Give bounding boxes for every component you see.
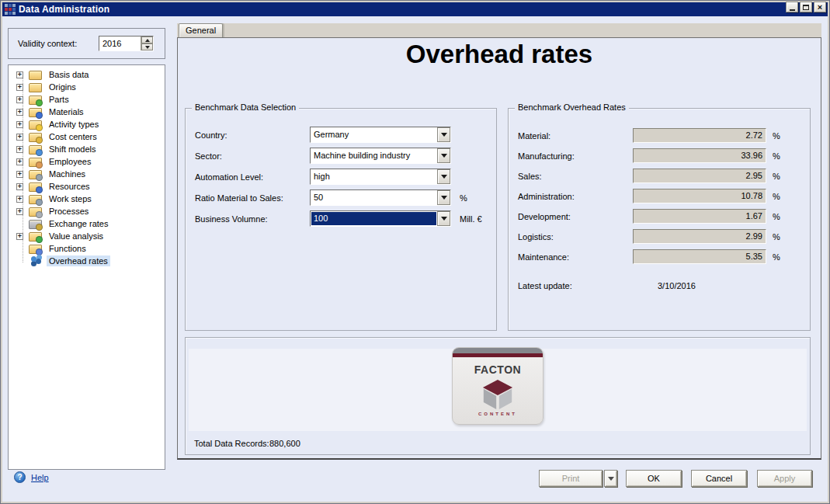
close-button[interactable]: ×: [814, 2, 826, 12]
validity-context-value[interactable]: 2016: [99, 36, 141, 50]
maximize-button[interactable]: [800, 2, 812, 12]
employees-icon: [29, 157, 42, 167]
ratio-material-select[interactable]: 50: [310, 189, 451, 206]
tree-expander[interactable]: +: [16, 121, 23, 128]
spin-down-button[interactable]: [141, 43, 153, 50]
percent-unit: %: [773, 232, 780, 242]
tree-item-label: Machines: [47, 169, 88, 179]
cancel-button[interactable]: Cancel: [691, 470, 747, 487]
close-icon: ×: [818, 3, 822, 11]
field-suffix: Mill. €: [460, 214, 482, 224]
tree-expander[interactable]: +: [16, 158, 23, 165]
logo-strip-maroon: [453, 353, 543, 357]
machines-icon: [29, 169, 42, 179]
combo-dropdown-button[interactable]: [437, 148, 450, 163]
tree-item[interactable]: +Materials: [9, 106, 165, 118]
parts-icon: [29, 95, 42, 105]
tree-item[interactable]: +Machines: [9, 168, 165, 180]
origins-icon: [29, 82, 42, 92]
print-dropdown-button[interactable]: [604, 470, 617, 487]
combo-dropdown-button[interactable]: [437, 169, 450, 184]
title-bar[interactable]: Data Administration: [2, 2, 828, 16]
tree-expander[interactable]: +: [16, 109, 23, 116]
data-administration-window: Data Administration × Validity context: …: [0, 0, 830, 504]
tree-item[interactable]: +Value analysis: [9, 230, 165, 242]
tree-item[interactable]: +Activity types: [9, 118, 165, 130]
country-select[interactable]: Germany: [310, 127, 451, 143]
development-label: Development:: [518, 212, 633, 221]
tree-item[interactable]: +Parts: [9, 93, 165, 106]
tree-item[interactable]: +Processes: [9, 205, 165, 217]
benchmark-data-selection-group: Benchmark Data Selection Country: German…: [185, 108, 497, 331]
combo-dropdown-button[interactable]: [437, 211, 450, 226]
tree-expander[interactable]: +: [16, 84, 23, 91]
sales-rate-field: 2.95: [633, 169, 766, 183]
tree-expander[interactable]: +: [16, 71, 23, 78]
development-rate-field: 1.67: [633, 209, 766, 224]
tree-expander[interactable]: +: [16, 196, 23, 203]
tree-item[interactable]: +Cost centers: [9, 130, 165, 143]
tree-expander[interactable]: +: [16, 96, 23, 103]
chevron-down-icon: [441, 217, 447, 221]
tree-expander[interactable]: +: [16, 134, 23, 141]
tree-expander[interactable]: +: [16, 208, 23, 215]
app-icon: [5, 4, 16, 15]
tree-item-label: Work steps: [47, 193, 94, 204]
tree-item-label: Basis data: [47, 69, 91, 80]
facton-logo: FACTON CONTENT: [452, 347, 543, 425]
tree-item-label: Parts: [47, 94, 71, 105]
tab-strip: General: [177, 23, 821, 37]
tree-item-label: Resources: [47, 181, 92, 192]
resources-icon: [29, 182, 42, 192]
chevron-up-icon: [145, 39, 150, 42]
business-volume-select[interactable]: 100: [310, 210, 451, 227]
automation-level-row: Automation Level: high: [195, 169, 496, 185]
basis-data-icon: [29, 70, 42, 80]
tree-item[interactable]: +Shift models: [9, 143, 165, 155]
help-link[interactable]: Help: [31, 473, 49, 482]
activity-types-icon: [29, 120, 42, 130]
tree-item-label: Processes: [47, 206, 91, 217]
tree-item-label: Value analysis: [47, 231, 106, 242]
tree-item[interactable]: +Basis data: [9, 68, 165, 81]
validity-context-spinner[interactable]: 2016: [99, 36, 154, 51]
tree-expander[interactable]: +: [16, 171, 23, 178]
tree-expander[interactable]: +: [16, 233, 23, 240]
tree-item[interactable]: +Resources: [9, 180, 165, 193]
ok-button[interactable]: OK: [626, 470, 682, 487]
apply-button[interactable]: Apply: [757, 470, 812, 487]
exchange-rates-icon: [29, 219, 42, 229]
manufacturing-rate-row: Manufacturing: 33.96 %: [518, 148, 810, 163]
chevron-down-icon: [441, 196, 447, 200]
print-button[interactable]: Print: [539, 470, 603, 487]
logo-strip-grey: [453, 348, 543, 353]
tree-item[interactable]: +Origins: [9, 81, 165, 93]
tree-item-overhead-rates[interactable]: +Overhead rates: [9, 255, 165, 267]
minimize-button[interactable]: [786, 2, 798, 12]
chevron-down-icon: [441, 154, 447, 158]
tree-item[interactable]: +Exchange rates: [9, 217, 165, 230]
automation-level-select[interactable]: high: [310, 169, 451, 185]
spin-up-button[interactable]: [141, 36, 153, 43]
latest-update-row: Latest update: 3/10/2016: [518, 281, 810, 290]
tab-general[interactable]: General: [179, 23, 223, 37]
group-title: Benchmark Overhead Rates: [515, 103, 629, 112]
percent-unit: %: [773, 192, 780, 201]
sector-select[interactable]: Machine building industry: [310, 148, 451, 164]
tree-expander[interactable]: +: [16, 146, 23, 153]
tree-expander[interactable]: +: [16, 183, 23, 190]
tree-item-label: Materials: [47, 106, 86, 117]
sales-rate-row: Sales: 2.95 %: [518, 169, 810, 183]
combo-dropdown-button[interactable]: [437, 127, 450, 142]
tree-item[interactable]: +Functions: [9, 242, 165, 255]
question-icon[interactable]: ?: [14, 471, 26, 483]
window-title: Data Administration: [19, 4, 109, 15]
tree-item[interactable]: +Work steps: [9, 193, 165, 205]
combo-dropdown-button[interactable]: [437, 190, 450, 205]
country-label: Country:: [195, 130, 310, 140]
spinner-buttons: [141, 36, 153, 50]
materials-icon: [29, 107, 42, 117]
facton-brand-text: FACTON: [453, 363, 543, 376]
minimize-icon: [790, 9, 795, 11]
tree-item[interactable]: +Employees: [9, 155, 165, 168]
